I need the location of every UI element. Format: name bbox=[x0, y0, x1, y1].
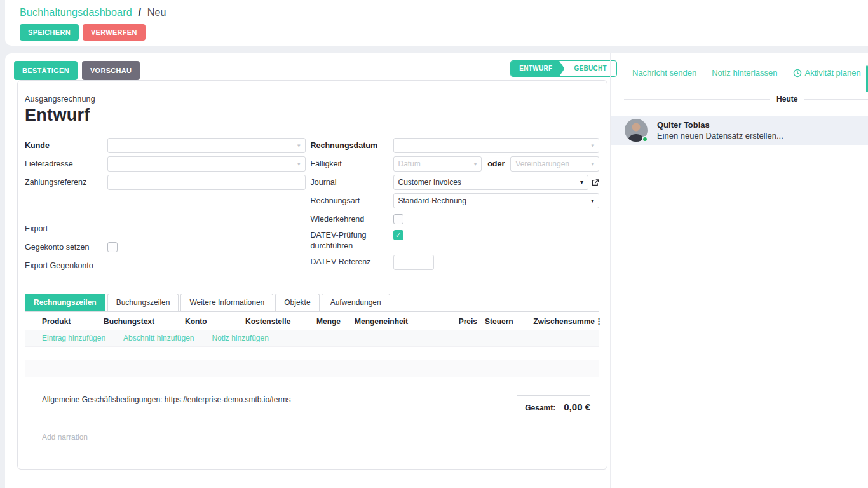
check-icon: ✓ bbox=[394, 231, 403, 240]
field-column-left: Kunde ▾ Lieferadresse ▾ bbox=[25, 138, 306, 276]
field-column-right: Rechnungsdatum ▾ Fälligkeit Datum bbox=[311, 138, 600, 276]
add-section-link[interactable]: Abschnitt hinzufügen bbox=[123, 334, 194, 342]
header-buttons: SPEICHERN VERWERFEN bbox=[20, 24, 868, 41]
breadcrumb: Buchhaltungsdashboard / Neu bbox=[20, 7, 868, 18]
rechnungsart-label: Rechnungsart bbox=[311, 196, 393, 207]
col-menge: Menge bbox=[306, 317, 341, 326]
col-zwischensumme: Zwischensumme bbox=[524, 317, 595, 326]
total-box: Gesamt: 0,00 € bbox=[517, 395, 590, 412]
total-value: 0,00 € bbox=[564, 402, 590, 412]
chevron-down-icon: ▾ bbox=[297, 143, 301, 149]
preview-button[interactable]: VORSCHAU bbox=[82, 61, 140, 80]
lieferadresse-label: Lieferadresse bbox=[25, 159, 107, 170]
tab-buchungszeilen[interactable]: Buchungszeilen bbox=[107, 294, 179, 311]
col-preis: Preis bbox=[435, 317, 477, 326]
chevron-down-icon: ▾ bbox=[474, 161, 477, 167]
datev-referenz-input[interactable] bbox=[393, 255, 434, 270]
zahlungsreferenz-label: Zahlungsreferenz bbox=[25, 177, 107, 188]
tab-bar: Rechnungszeilen Buchungszeilen Weitere I… bbox=[25, 294, 599, 312]
col-mengeneinheit: Mengeneinheit bbox=[341, 317, 435, 326]
save-button[interactable]: SPEICHERN bbox=[20, 24, 79, 41]
journal-value: Customer Invoices bbox=[398, 178, 461, 187]
col-steuern: Steuern bbox=[477, 317, 524, 326]
discard-button[interactable]: VERWERFEN bbox=[83, 24, 146, 41]
chatter-panel: Nachricht senden Notiz hinterlassen Akti… bbox=[610, 53, 868, 488]
invoice-sheet: Ausgangsrechnung Entwurf Kunde ▾ Liefer bbox=[17, 80, 607, 470]
clock-icon bbox=[793, 69, 802, 78]
kunde-select[interactable]: ▾ bbox=[107, 138, 306, 153]
terms-field[interactable]: Allgemeine Geschäftsbedingungen: https:/… bbox=[25, 395, 379, 414]
chevron-down-icon: ▾ bbox=[591, 161, 594, 167]
lieferadresse-select[interactable]: ▾ bbox=[107, 156, 306, 172]
col-konto: Konto bbox=[185, 317, 245, 326]
add-line-link[interactable]: Eintrag hinzufügen bbox=[42, 334, 105, 342]
column-options-icon[interactable]: ⋮ bbox=[595, 316, 603, 326]
chevron-down-icon: ▾ bbox=[297, 161, 301, 167]
breadcrumb-parent-link[interactable]: Buchhaltungsdashboard bbox=[20, 7, 132, 18]
sheet-footer: Allgemeine Geschäftsbedingungen: https:/… bbox=[25, 395, 599, 414]
vereinbarungen-placeholder: Vereinbarungen bbox=[515, 159, 569, 168]
status-state-gebucht[interactable]: GEBUCHT bbox=[564, 61, 616, 76]
main-content: BESTÄTIGEN VORSCHAU ENTWURF GEBUCHT Ausg… bbox=[5, 53, 868, 488]
journal-select[interactable]: Customer Invoices ▾ bbox=[393, 175, 589, 190]
tab-weitere-informationen[interactable]: Weitere Informationen bbox=[180, 294, 273, 311]
zahlungsreferenz-input[interactable] bbox=[107, 175, 306, 190]
schedule-activity-link[interactable]: Aktivität planen bbox=[793, 68, 861, 78]
oder-label: oder bbox=[487, 159, 505, 168]
date-divider: Heute bbox=[611, 95, 868, 104]
status-state-entwurf[interactable]: ENTWURF bbox=[510, 60, 564, 77]
export-label: Export bbox=[25, 224, 107, 234]
lines-table-header: Produkt Buchungstext Konto Kostenstelle … bbox=[25, 312, 599, 330]
table-add-row: Eintrag hinzufügen Abschnitt hinzufügen … bbox=[25, 330, 599, 347]
tab-aufwendungen[interactable]: Aufwendungen bbox=[322, 294, 390, 311]
narration-input[interactable] bbox=[42, 433, 573, 451]
datev-pruefung-label: DATEV-Prüfung durchführen bbox=[311, 230, 393, 252]
tab-rechnungszeilen[interactable]: Rechnungszeilen bbox=[25, 294, 105, 311]
field-grid: Kunde ▾ Lieferadresse ▾ bbox=[25, 138, 599, 276]
faelligkeit-vereinbarungen-select[interactable]: Vereinbarungen ▾ bbox=[510, 156, 599, 172]
narration-wrapper bbox=[42, 431, 573, 451]
wiederkehrend-label: Wiederkehrend bbox=[311, 214, 393, 225]
col-kostenstelle: Kostenstelle bbox=[245, 317, 306, 326]
document-type-label: Ausgangsrechnung bbox=[25, 95, 599, 104]
empty-row-stripe bbox=[25, 360, 599, 377]
rechnungsart-select[interactable]: Standard-Rechnung ▾ bbox=[393, 193, 600, 208]
chevron-down-icon: ▾ bbox=[580, 179, 583, 186]
breadcrumb-current: Neu bbox=[147, 7, 166, 18]
kunde-label: Kunde bbox=[25, 140, 107, 151]
chevron-down-icon: ▾ bbox=[591, 198, 594, 204]
rechnungsart-value: Standard-Rechnung bbox=[398, 196, 466, 205]
faelligkeit-label: Fälligkeit bbox=[311, 159, 393, 170]
log-note-link[interactable]: Notiz hinterlassen bbox=[712, 68, 777, 78]
statusbar: BESTÄTIGEN VORSCHAU ENTWURF GEBUCHT bbox=[5, 53, 610, 80]
breadcrumb-separator: / bbox=[138, 7, 141, 18]
rechnungsdatum-label: Rechnungsdatum bbox=[311, 140, 393, 151]
online-status-dot bbox=[642, 136, 648, 142]
notebook: Rechnungszeilen Buchungszeilen Weitere I… bbox=[25, 294, 599, 377]
total-label: Gesamt: bbox=[525, 403, 555, 412]
chatter-actions: Nachricht senden Notiz hinterlassen Akti… bbox=[611, 53, 868, 78]
message-author: Quiter Tobias bbox=[657, 120, 783, 130]
message-body: Quiter Tobias Einen neuen Datensatz erst… bbox=[657, 120, 783, 140]
send-message-link[interactable]: Nachricht senden bbox=[632, 68, 696, 78]
chatter-message[interactable]: Quiter Tobias Einen neuen Datensatz erst… bbox=[611, 116, 868, 145]
rechnungsdatum-select[interactable]: ▾ bbox=[393, 138, 600, 153]
confirm-button[interactable]: BESTÄTIGEN bbox=[14, 61, 78, 80]
chevron-down-icon: ▾ bbox=[591, 143, 594, 149]
avatar bbox=[625, 119, 648, 142]
form-view: BESTÄTIGEN VORSCHAU ENTWURF GEBUCHT Ausg… bbox=[5, 53, 610, 488]
export-gegenkonto-label: Export Gegenkonto bbox=[25, 261, 107, 271]
top-header: Buchhaltungsdashboard / Neu SPEICHERN VE… bbox=[5, 0, 868, 46]
gegenkonto-setzen-checkbox[interactable]: ✓ bbox=[107, 242, 118, 252]
page-title: Entwurf bbox=[25, 105, 599, 125]
gegenkonto-setzen-label: Gegekonto setzen bbox=[25, 242, 107, 253]
wiederkehrend-checkbox[interactable]: ✓ bbox=[393, 214, 403, 224]
status-widget: ENTWURF GEBUCHT bbox=[510, 60, 617, 77]
external-link-icon[interactable] bbox=[591, 179, 599, 187]
message-text: Einen neuen Datensatz erstellen... bbox=[657, 131, 783, 140]
add-note-link[interactable]: Notiz hinzufügen bbox=[212, 334, 269, 342]
tab-objekte[interactable]: Objekte bbox=[275, 294, 319, 311]
schedule-activity-label: Aktivität planen bbox=[805, 68, 861, 78]
faelligkeit-datum-select[interactable]: Datum ▾ bbox=[393, 156, 482, 172]
datev-pruefung-checkbox[interactable]: ✓ bbox=[393, 230, 403, 240]
